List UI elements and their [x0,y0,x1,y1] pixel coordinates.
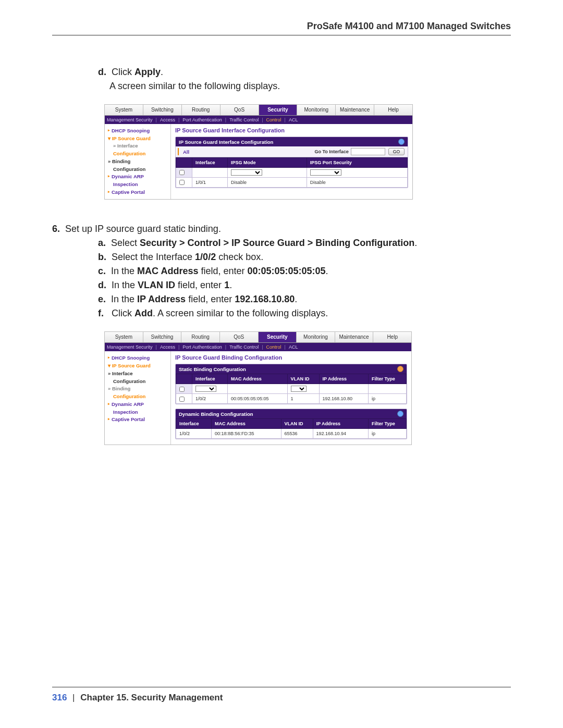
page-header: ProSafe M4100 and M7100 Managed Switches [52,21,511,35]
screenshot-ipsg-binding-config: System Switching Routing QoS Security Mo… [104,331,412,445]
col-ip: IP Address [319,374,368,384]
tab-switching[interactable]: Switching [143,105,182,115]
subnav-control[interactable]: Control [266,344,282,350]
tab-routing[interactable]: Routing [182,105,221,115]
tab-help[interactable]: Help [374,105,412,115]
subnav-acl[interactable]: ACL [289,344,298,350]
tab-maintenance[interactable]: Maintenance [336,105,374,115]
filter-all[interactable]: All [181,149,189,155]
select-all-checkbox[interactable] [179,170,185,175]
subnav-mgmtsec[interactable]: Management Security [107,117,153,122]
subnav-access[interactable]: Access [160,344,175,350]
goto-interface-input[interactable] [351,148,385,155]
static-binding-table: Interface MAC Address VLAN ID IP Address… [176,374,407,404]
step-6b: b. Select the Interface 1/0/2 check box. [98,252,511,263]
top-tabs-2: System Switching Routing QoS Security Mo… [105,332,411,343]
sidebar-dhcp-snooping[interactable]: ▸DHCP Snooping [108,354,168,362]
cell-filter: ip [369,429,407,439]
sidebar-captive-portal[interactable]: ▸Captive Portal [108,416,168,424]
select-all-checkbox[interactable] [179,387,185,392]
ipsg-mode-select[interactable] [231,169,262,176]
cell-mac: 00:18:8B:56:FD:35 [212,429,282,439]
static-binding-header: Static Binding Configuration [176,364,407,374]
tab-qos[interactable]: QoS [221,105,259,115]
panel-title-2: IP Source Guard Binding Configuration [175,354,407,361]
help-icon[interactable] [398,139,405,145]
cell-vlan: 1 [287,394,319,404]
sidebar-dhcp-snooping[interactable]: ▸DHCP Snooping [108,127,168,135]
step-6c: c. In the MAC Address field, enter 00:05… [98,266,511,277]
cell-interface: 1/0/1 [192,178,228,188]
tab-security[interactable]: Security [259,105,298,115]
chapter-title: Chapter 15. Security Management [80,693,223,702]
sidebar-inspection[interactable]: Inspection [113,181,168,189]
col-interface: Interface [192,374,228,384]
sidebar-binding[interactable]: » Binding [108,385,168,393]
sidebar-interface[interactable]: » Interface [108,370,168,378]
cell-ip: 192.168.10.80 [319,394,368,404]
tab-monitoring[interactable]: Monitoring [297,332,335,342]
step-6f: f. Click Add. A screen similar to the fo… [98,308,511,319]
sidebar-interface[interactable]: » Interface [113,142,168,150]
cell-ipsg-port: Disable [307,178,407,188]
step-6d: d. In the VLAN ID field, enter 1. [98,280,511,291]
group-header: IP Source Guard Interface Configuration [176,137,408,146]
sidebar-inspection[interactable]: Inspection [113,409,168,416]
tab-maintenance[interactable]: Maintenance [335,332,374,342]
row-checkbox[interactable] [179,180,185,185]
vlan-select[interactable] [291,386,307,392]
tab-system[interactable]: System [105,105,143,115]
sidebar-dynamic-arp[interactable]: ▸Dynamic ARP [108,173,168,181]
subnav-mgmtsec[interactable]: Management Security [107,344,153,350]
col-mac: MAC Address [212,419,282,429]
cell-interface: 1/0/2 [192,394,228,404]
sidebar-ip-source-guard[interactable]: ▾ IP Source Guard [108,135,168,143]
col-ip: IP Address [313,419,368,429]
go-button[interactable]: GO [388,148,405,155]
subnav-traffic[interactable]: Traffic Control [229,344,259,350]
divider-icon [178,148,179,155]
col-interface: Interface [192,158,228,168]
subnav-portauth[interactable]: Port Authentication [182,344,222,350]
goto-label: Go To Interface [314,149,348,154]
col-vlan: VLAN ID [281,419,313,429]
subnav-traffic[interactable]: Traffic Control [229,117,259,122]
ipsg-port-select[interactable] [310,169,341,176]
help-icon[interactable] [397,411,403,417]
cell-vlan: 65536 [281,429,313,439]
page-footer: 316 | Chapter 15. Security Management [52,687,511,703]
sidebar-binding-config[interactable]: Configuration [113,166,168,174]
interface-select[interactable] [195,386,216,392]
cell-ipsg-mode: Disable [228,178,307,188]
screenshot-ipsg-interface-config: System Switching Routing QoS Security Mo… [104,104,413,200]
subnav-control[interactable]: Control [266,117,282,122]
panel-title: IP Source Guard Interface Configuration [175,127,408,133]
col-ipsg-port: IPSG Port Security [307,158,407,168]
help-icon[interactable] [397,366,403,372]
sidebar-dynamic-arp[interactable]: ▸Dynamic ARP [108,401,168,409]
sub-nav: Management Security| Access| Port Authen… [105,116,412,124]
tab-security[interactable]: Security [259,332,297,342]
dynamic-binding-header: Dynamic Binding Configuration [176,409,407,418]
col-mac: MAC Address [228,374,288,384]
dynamic-binding-table: Interface MAC Address VLAN ID IP Address… [176,418,407,439]
row-checkbox[interactable] [179,397,185,402]
tab-routing[interactable]: Routing [181,332,220,342]
cell-interface: 1/0/2 [176,429,212,439]
sidebar-interface-config[interactable]: Configuration [113,378,168,386]
subnav-portauth[interactable]: Port Authentication [182,117,222,122]
tab-qos[interactable]: QoS [220,332,259,342]
tab-help[interactable]: Help [373,332,411,342]
sidebar-captive-portal[interactable]: ▸Captive Portal [108,189,168,196]
tab-monitoring[interactable]: Monitoring [297,105,336,115]
subnav-access[interactable]: Access [160,117,175,122]
tab-switching[interactable]: Switching [143,332,182,342]
tab-system[interactable]: System [105,332,143,342]
sidebar-binding-config[interactable]: Configuration [113,393,168,401]
step-d-note: A screen similar to the following displa… [109,81,511,92]
subnav-acl[interactable]: ACL [289,117,298,122]
sidebar-ip-source-guard[interactable]: ▾ IP Source Guard [108,362,168,370]
step-6e: e. In the IP Address field, enter 192.16… [98,294,511,305]
sidebar-binding[interactable]: » Binding [108,158,168,166]
sidebar-interface-config[interactable]: Configuration [113,150,168,158]
